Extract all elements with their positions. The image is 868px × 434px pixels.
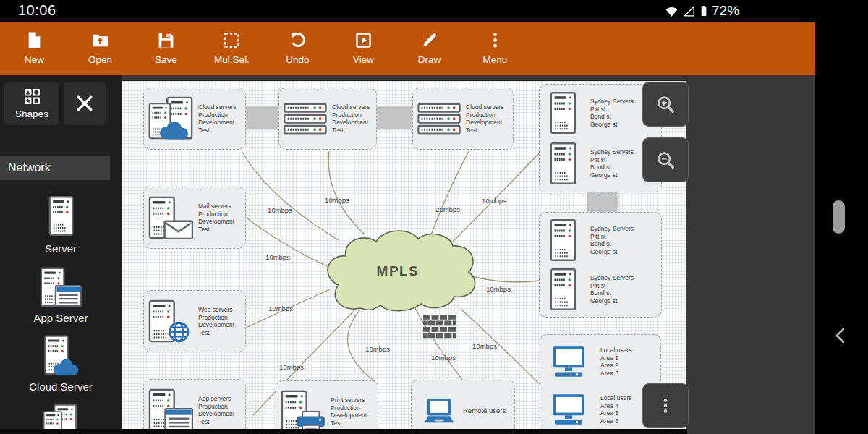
menu-dots-icon <box>486 31 504 49</box>
multi-select-icon <box>223 31 241 49</box>
rack-server-icon <box>417 102 461 135</box>
home-pill-button[interactable] <box>833 200 845 234</box>
node-cloud-servers-3[interactable]: Cloud servers Production Development Tes… <box>412 88 514 150</box>
server-tower-icon <box>550 91 576 135</box>
sydney-server-row: Sydney Servers Pitt st Bond st George st <box>545 138 655 189</box>
edge-label: 10mbps <box>431 354 456 362</box>
firewall-icon[interactable] <box>423 315 456 338</box>
toolbar: New Open Save Mul.Sel. Undo View Draw M <box>0 22 815 75</box>
toolbar-label: View <box>353 54 374 65</box>
main-area: Cloud servers Production Development Tes… <box>0 75 815 434</box>
edge-label: 10mbps <box>472 342 497 350</box>
shapes-panel-button[interactable]: Shapes <box>4 82 59 125</box>
toolbar-button-multi-select[interactable]: Mul.Sel. <box>199 22 265 75</box>
toolbar-label: New <box>25 54 44 65</box>
node-text: Print servers Production Development Tes… <box>331 396 367 427</box>
sydney-server-row: Sydney Servers Pitt st Bond st George st <box>545 88 655 138</box>
sidebar-item-label: Server <box>45 242 77 255</box>
server-icon <box>48 194 74 238</box>
zoom-out-icon <box>656 150 676 170</box>
node-text: Cloud servers Production Development Tes… <box>198 103 236 134</box>
toolbar-button-undo[interactable]: Undo <box>265 22 331 75</box>
web-server-icon <box>148 298 193 344</box>
mail-server-icon <box>148 195 193 241</box>
app-server-icon <box>148 387 193 430</box>
node-mail-servers[interactable]: Mail servers Production Development Test <box>143 187 246 249</box>
edge-label: 10mbps <box>279 363 304 371</box>
node-sydney-group-2[interactable]: Sydney Servers Pitt st Bond st George st… <box>539 212 662 318</box>
node-text: Sydney Servers Pitt st Bond st George st <box>590 274 634 305</box>
edge-label: 10mbps <box>486 285 511 293</box>
sidebar-item-label: App Server <box>33 312 88 324</box>
android-nav-bar <box>815 0 868 434</box>
shapes-grid-icon <box>24 88 41 105</box>
cloud-server-icon <box>148 95 193 142</box>
node-web-servers[interactable]: Web servers Production Development Test <box>143 290 246 352</box>
edge-label: 10mbps <box>268 206 292 214</box>
toolbar-button-open[interactable]: Open <box>67 22 133 75</box>
node-cloud-servers-1[interactable]: Cloud servers Production Development Tes… <box>143 88 246 150</box>
close-sidebar-button[interactable] <box>64 82 106 125</box>
diagram-canvas[interactable]: Cloud servers Production Development Tes… <box>122 80 686 430</box>
toolbar-label: Open <box>88 54 112 65</box>
edge-label: 10mbps <box>482 197 506 205</box>
toolbar-button-save[interactable]: Save <box>133 22 199 75</box>
node-cloud-servers-2[interactable]: Cloud servers Production Development Tes… <box>278 88 377 150</box>
zoom-in-icon <box>656 95 676 114</box>
server-tower-icon <box>550 218 576 262</box>
sidebar-item-app-server[interactable]: App Server <box>0 267 122 324</box>
clock: 10:06 <box>18 2 56 19</box>
node-text: Remote users <box>463 407 506 415</box>
zoom-in-button[interactable] <box>642 82 689 127</box>
edge-label: 10mbps <box>325 196 349 204</box>
shape-category-network[interactable]: Network <box>0 156 110 180</box>
node-print-servers[interactable]: Print servers Production Development Tes… <box>276 380 378 430</box>
edge-label: 10mbps <box>268 305 293 312</box>
close-icon <box>75 93 95 114</box>
battery-percent: 72% <box>712 3 739 19</box>
node-text: Sydney Servers Pitt st Bond st George st <box>590 225 634 255</box>
sidebar-item-cloud-server[interactable]: Cloud Server <box>0 335 122 393</box>
zoom-out-button[interactable] <box>642 137 689 182</box>
app-server-icon <box>40 267 82 307</box>
open-folder-icon <box>91 31 109 49</box>
cell-signal-icon <box>683 5 696 17</box>
node-text: App servers Production Development Test <box>198 395 234 425</box>
back-chevron-icon[interactable] <box>831 326 851 345</box>
toolbar-button-new[interactable]: New <box>1 22 67 75</box>
toolbar-button-draw[interactable]: Draw <box>396 22 462 75</box>
battery-icon <box>698 3 710 19</box>
bottom-edge-strip <box>0 429 687 434</box>
sydney-server-row: Sydney Servers Pitt st Bond st George st <box>545 216 655 265</box>
connector-rect[interactable] <box>244 107 280 129</box>
edge-label: 10mbps <box>365 345 390 353</box>
node-text: Mail servers Production Development Test <box>198 203 234 233</box>
app-window: 10:06 72% New Open Save Mul.Sel. Undo <box>0 0 868 434</box>
toolbar-label: Menu <box>483 54 508 65</box>
sidebar-item-server-farm[interactable] <box>0 404 122 429</box>
sidebar-item-server[interactable]: Server <box>0 194 122 255</box>
node-app-servers[interactable]: App servers Production Development Test <box>143 379 246 430</box>
undo-icon <box>289 31 307 49</box>
node-text: Cloud servers Production Development Tes… <box>332 103 370 134</box>
save-floppy-icon <box>157 31 175 49</box>
connector-rect[interactable] <box>375 107 414 129</box>
node-text: Cloud servers Production Development Tes… <box>466 103 503 134</box>
toolbar-label: Draw <box>418 54 441 65</box>
edge-label: 20mbps <box>435 205 460 213</box>
toolbar-label: Save <box>155 54 177 65</box>
desktop-computer-icon <box>550 393 587 426</box>
print-server-icon <box>281 388 326 430</box>
draw-pencil-icon <box>420 31 438 49</box>
view-play-icon <box>354 31 373 49</box>
toolbar-button-menu[interactable]: Menu <box>462 22 528 75</box>
more-vertical-icon <box>657 397 674 414</box>
more-options-button[interactable] <box>642 383 689 428</box>
toolbar-label: Mul.Sel. <box>214 54 250 65</box>
node-text: Local users Area 4 Area 5 Area 6 <box>600 394 631 425</box>
laptop-icon <box>420 396 458 425</box>
toolbar-button-view[interactable]: View <box>331 22 396 75</box>
node-remote-users[interactable]: Remote users <box>411 380 515 430</box>
desktop-computer-icon <box>550 345 587 378</box>
server-farm-icon <box>43 404 79 429</box>
